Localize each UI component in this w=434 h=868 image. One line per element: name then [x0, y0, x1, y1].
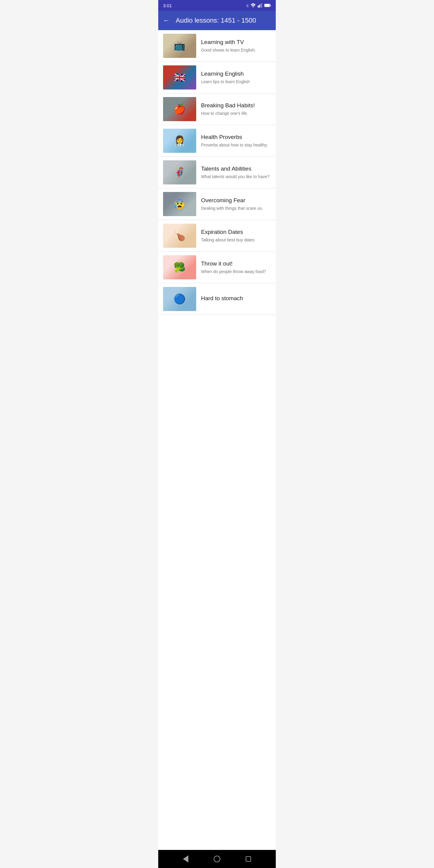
item-title: Overcoming Fear — [201, 197, 271, 204]
list-item[interactable]: Learning with TVGood shows to learn Engl… — [158, 30, 276, 62]
nav-back-icon — [183, 855, 188, 863]
app-header: ← Audio lessons: 1451 - 1500 — [158, 11, 276, 30]
sync-icon: c — [247, 3, 249, 8]
lesson-thumbnail-9 — [163, 287, 196, 311]
item-title: Talents and Abilities — [201, 165, 271, 173]
list-item[interactable]: Breaking Bad Habits!How to change one's … — [158, 93, 276, 125]
nav-recents-button[interactable] — [243, 854, 253, 864]
item-text: Breaking Bad Habits!How to change one's … — [196, 102, 271, 116]
svg-rect-6 — [265, 4, 270, 7]
list-item[interactable]: Overcoming FearDealing with things that … — [158, 188, 276, 220]
svg-rect-1 — [258, 6, 258, 7]
list-item[interactable]: Talents and AbilitiesWhat talents would … — [158, 157, 276, 188]
wifi-icon — [250, 3, 256, 7]
item-text: Talents and AbilitiesWhat talents would … — [196, 165, 271, 180]
list-item[interactable]: Hard to stomach — [158, 283, 276, 315]
status-icons: c — [247, 3, 271, 8]
svg-rect-7 — [270, 5, 271, 6]
list-item[interactable]: Throw it out!When do people throw away f… — [158, 252, 276, 283]
lesson-thumbnail-4 — [163, 129, 196, 153]
lesson-thumbnail-6 — [163, 192, 196, 216]
item-title: Health Proverbs — [201, 133, 271, 141]
nav-recents-icon — [246, 856, 251, 862]
item-text: Overcoming FearDealing with things that … — [196, 197, 271, 211]
item-subtitle: Learn tips to learn English — [201, 79, 271, 85]
lesson-list: Learning with TVGood shows to learn Engl… — [158, 30, 276, 850]
lesson-thumbnail-5 — [163, 160, 196, 184]
header-title: Audio lessons: 1451 - 1500 — [176, 17, 256, 24]
item-subtitle: Proverbs about how to stay healthy. — [201, 142, 271, 148]
item-text: Throw it out!When do people throw away f… — [196, 260, 271, 275]
item-subtitle: Good shows to learn English. — [201, 47, 271, 53]
back-button[interactable]: ← — [163, 14, 170, 27]
item-title: Learning English — [201, 70, 271, 78]
lesson-thumbnail-3 — [163, 97, 196, 121]
item-subtitle: What talents would you like to have? — [201, 174, 271, 180]
item-text: Health ProverbsProverbs about how to sta… — [196, 133, 271, 148]
lesson-thumbnail-7 — [163, 224, 196, 248]
item-title: Expiration Dates — [201, 228, 271, 236]
lesson-thumbnail-2 — [163, 65, 196, 90]
svg-rect-4 — [261, 3, 262, 7]
item-title: Breaking Bad Habits! — [201, 102, 271, 110]
item-subtitle: Dealing with things that scare us. — [201, 206, 271, 212]
nav-home-icon — [214, 856, 220, 862]
item-subtitle: Talking about best buy dates — [201, 237, 271, 243]
svg-point-0 — [253, 7, 253, 7]
item-title: Hard to stomach — [201, 295, 271, 302]
status-time: 3:01 — [163, 3, 172, 8]
signal-icon — [258, 3, 262, 7]
svg-rect-3 — [260, 4, 261, 7]
item-title: Learning with TV — [201, 38, 271, 46]
nav-home-button[interactable] — [211, 853, 223, 865]
lesson-thumbnail-1 — [163, 34, 196, 58]
svg-rect-2 — [259, 5, 260, 7]
item-text: Learning EnglishLearn tips to learn Engl… — [196, 70, 271, 85]
battery-icon — [264, 4, 271, 7]
lesson-thumbnail-8 — [163, 255, 196, 279]
item-text: Hard to stomach — [196, 295, 271, 304]
list-item[interactable]: Expiration DatesTalking about best buy d… — [158, 220, 276, 252]
item-subtitle: How to change one's life. — [201, 111, 271, 117]
nav-back-button[interactable] — [181, 853, 191, 865]
list-item[interactable]: Learning EnglishLearn tips to learn Engl… — [158, 62, 276, 93]
bottom-navigation — [158, 850, 276, 868]
list-item[interactable]: Health ProverbsProverbs about how to sta… — [158, 125, 276, 157]
item-text: Expiration DatesTalking about best buy d… — [196, 228, 271, 243]
item-text: Learning with TVGood shows to learn Engl… — [196, 38, 271, 53]
status-bar: 3:01 c — [158, 0, 276, 11]
item-subtitle: When do people throw away food? — [201, 269, 271, 275]
item-title: Throw it out! — [201, 260, 271, 268]
